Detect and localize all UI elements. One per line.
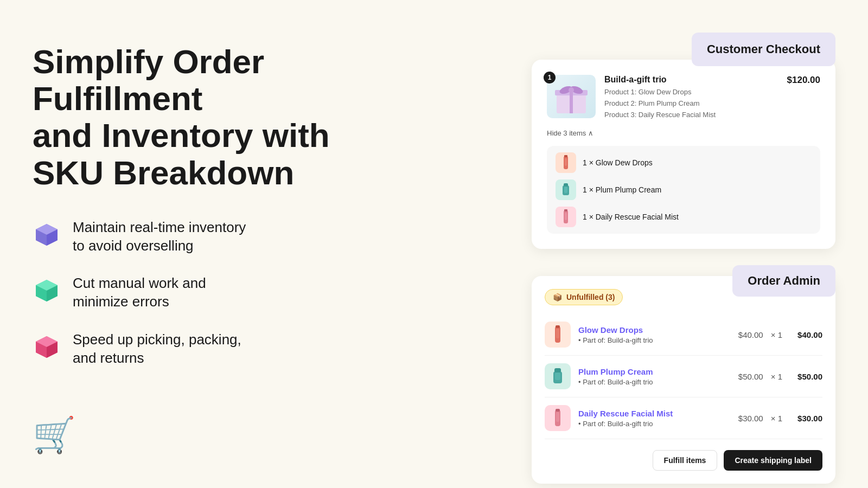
bundle-name: Build-a-gift trio: [604, 75, 778, 85]
bundle-image-wrap: 1: [547, 75, 596, 118]
sku-label-1: 1 × Glow Dew Drops: [583, 158, 653, 167]
svg-point-18: [569, 87, 574, 93]
feature-item-picking: Speed up picking, packing,and returns: [33, 331, 380, 368]
sku-thumb-daily-rescue: [556, 207, 576, 227]
svg-rect-29: [556, 325, 560, 328]
cube-teal-icon: [33, 275, 61, 304]
order-item-info-3: Daily Rescue Facial Mist Part of: Build-…: [578, 409, 731, 428]
fulfill-items-button[interactable]: Fulfill items: [653, 450, 718, 471]
svg-rect-30: [556, 329, 559, 338]
left-section: Simplify Order Fulfillment and Inventory…: [33, 43, 380, 368]
sku-label-2: 1 × Plum Plump Cream: [583, 185, 661, 194]
heading-line2: and Inventory with: [33, 117, 330, 154]
feature-text-inventory: Maintain real-time inventoryto avoid ove…: [73, 219, 246, 255]
sku-label-3: 1 × Daily Rescue Facial Mist: [583, 213, 679, 221]
order-item-2: Plum Plump Cream Part of: Build-a-gift t…: [545, 356, 822, 397]
svg-rect-24: [564, 187, 567, 193]
svg-rect-27: [565, 213, 567, 220]
sku-item-2: 1 × Plum Plump Cream: [556, 179, 812, 200]
bundle-details: Build-a-gift trio Product 1: Glow Dew Dr…: [604, 75, 778, 120]
order-total-2: $50.00: [790, 372, 822, 381]
order-pricing-3: $30.00 × 1 $30.00: [738, 414, 822, 423]
order-item-part-2: Part of: Build-a-gift trio: [578, 378, 731, 386]
svg-rect-14: [570, 90, 573, 113]
order-qty-1: × 1: [771, 330, 782, 339]
order-item-1: Glow Dew Drops Part of: Build-a-gift tri…: [545, 314, 822, 356]
order-item-part-3: Part of: Build-a-gift trio: [578, 420, 731, 428]
feature-item-manual: Cut manual work andminimize errors: [33, 274, 380, 311]
feature-item-inventory: Maintain real-time inventoryto avoid ove…: [33, 219, 380, 255]
heading-line1: Simplify Order Fulfillment: [33, 43, 264, 117]
sku-list: 1 × Glow Dew Drops 1 × Plum Plump Cream: [547, 146, 820, 234]
right-section: Customer Checkout 1: [532, 22, 835, 484]
feature-text-manual: Cut manual work andminimize errors: [73, 274, 206, 311]
order-item-name-1[interactable]: Glow Dew Drops: [578, 325, 731, 335]
bundle-products: Product 1: Glow Dew Drops Product 2: Plu…: [604, 87, 778, 120]
chevron-up-icon: ∧: [588, 129, 593, 137]
sku-thumb-glow-dew: [556, 152, 576, 173]
feature-text-picking: Speed up picking, packing,and returns: [73, 331, 241, 368]
customer-checkout-button[interactable]: Customer Checkout: [692, 33, 835, 66]
sku-thumb-plum-cream: [556, 179, 576, 200]
svg-rect-26: [564, 209, 567, 211]
svg-rect-32: [554, 368, 561, 373]
heading-line3: SKU Breakdown: [33, 154, 294, 191]
svg-rect-36: [556, 412, 559, 422]
order-item-3: Daily Rescue Facial Mist Part of: Build-…: [545, 397, 822, 439]
feature-list: Maintain real-time inventoryto avoid ove…: [33, 219, 380, 368]
sku-item-1: 1 × Glow Dew Drops: [556, 152, 812, 173]
order-qty-2: × 1: [771, 372, 782, 381]
checkout-card: 1 Build-a-gift trio: [532, 60, 835, 249]
order-unit-price-1: $40.00: [738, 330, 763, 339]
bundle-image: [547, 75, 596, 118]
cube-pink-icon: [33, 332, 61, 360]
hide-items-toggle[interactable]: Hide 3 items ∧: [547, 129, 820, 137]
order-pricing-1: $40.00 × 1 $40.00: [738, 330, 822, 339]
svg-rect-35: [556, 409, 560, 412]
order-thumb-plum-cream: [545, 363, 571, 389]
order-thumb-glow-dew: [545, 322, 571, 348]
unfulfilled-badge: 📦 Unfulfilled (3): [545, 289, 623, 305]
order-item-part-1: Part of: Build-a-gift trio: [578, 336, 731, 344]
order-card: 📦 Unfulfilled (3) Glow Dew Drops Part of…: [532, 276, 835, 484]
cube-purple-icon: [33, 220, 61, 248]
svg-rect-20: [564, 155, 567, 157]
bundle-row: 1 Build-a-gift trio: [547, 75, 820, 120]
order-item-info-2: Plum Plump Cream Part of: Build-a-gift t…: [578, 367, 731, 386]
cart-icon: 🛒: [33, 415, 76, 455]
svg-rect-33: [555, 373, 560, 380]
order-qty-3: × 1: [771, 414, 782, 423]
order-unit-price-3: $30.00: [738, 414, 763, 423]
badge-icon: 📦: [553, 293, 562, 301]
bundle-badge: 1: [544, 72, 556, 84]
order-item-name-2[interactable]: Plum Plump Cream: [578, 367, 731, 376]
sku-item-3: 1 × Daily Rescue Facial Mist: [556, 207, 812, 227]
svg-rect-21: [565, 158, 567, 166]
svg-rect-23: [564, 183, 568, 187]
order-unit-price-2: $50.00: [738, 372, 763, 381]
order-total-1: $40.00: [790, 330, 822, 339]
order-item-name-3[interactable]: Daily Rescue Facial Mist: [578, 409, 731, 418]
main-heading: Simplify Order Fulfillment and Inventory…: [33, 43, 380, 191]
order-actions: Fulfill items Create shipping label: [545, 448, 822, 471]
order-total-3: $30.00: [790, 414, 822, 423]
create-shipping-label-button[interactable]: Create shipping label: [724, 450, 822, 471]
order-pricing-2: $50.00 × 1 $50.00: [738, 372, 822, 381]
order-thumb-daily-rescue: [545, 405, 571, 431]
order-item-info-1: Glow Dew Drops Part of: Build-a-gift tri…: [578, 325, 731, 344]
bundle-price: $120.00: [787, 75, 820, 86]
order-admin-wrap: Order Admin 📦 Unfulfilled (3) Glow Dew D…: [532, 276, 835, 484]
order-admin-button[interactable]: Order Admin: [732, 265, 835, 297]
